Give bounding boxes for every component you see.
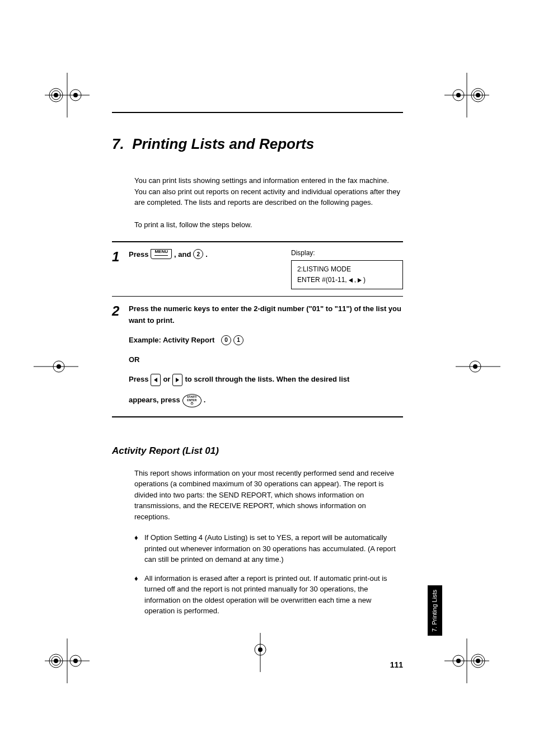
bullet-item: ♦ All information is erased after a repo… bbox=[134, 573, 403, 617]
press-label: Press bbox=[129, 374, 148, 386]
top-rule bbox=[112, 112, 403, 113]
step-number: 2 bbox=[112, 303, 129, 409]
key-1-icon: 1 bbox=[233, 335, 243, 345]
bullet-item: ♦ If Option Setting 4 (Auto Listing) is … bbox=[134, 532, 403, 565]
or-label: OR bbox=[129, 354, 403, 366]
appears-text: appears, press bbox=[129, 395, 180, 406]
registration-mark bbox=[45, 73, 90, 118]
bullet-text: All information is erased after a report… bbox=[144, 573, 403, 617]
press-label: Press bbox=[129, 250, 148, 259]
start-enter-key-icon: START/ ENTER bbox=[182, 394, 202, 407]
display-label: Display: bbox=[291, 249, 403, 257]
example-label: Example: Activity Report bbox=[129, 335, 214, 346]
registration-mark bbox=[45, 638, 90, 683]
section-paragraph: This report shows information on your mo… bbox=[134, 468, 403, 523]
registration-mark bbox=[456, 353, 500, 381]
svg-point-16 bbox=[57, 364, 61, 369]
display-box: 2:LISTING MODE ENTER #(01-11, , ) bbox=[291, 260, 403, 289]
svg-point-36 bbox=[258, 647, 263, 652]
chapter-title-text: Printing Lists and Reports bbox=[132, 135, 314, 152]
svg-marker-37 bbox=[154, 378, 157, 382]
diamond-bullet-icon: ♦ bbox=[134, 573, 144, 617]
step-number: 1 bbox=[112, 249, 129, 289]
arrow-right-key-icon bbox=[172, 374, 182, 386]
scroll-text: to scroll through the lists. When the de… bbox=[185, 374, 349, 386]
or-word: or bbox=[163, 374, 170, 386]
svg-point-26 bbox=[73, 659, 78, 663]
intro-paragraph-1: You can print lists showing settings and… bbox=[134, 175, 403, 208]
intro-paragraph-2: To print a list, follow the steps below. bbox=[134, 219, 403, 231]
and-label: , and bbox=[174, 250, 191, 259]
svg-point-19 bbox=[473, 364, 477, 369]
step2-line1: Press the numeric keys to enter the 2-di… bbox=[129, 303, 403, 327]
menu-key-icon: MENU bbox=[151, 249, 172, 259]
registration-mark bbox=[246, 633, 274, 672]
step-2: 2 Press the numeric keys to enter the 2-… bbox=[112, 296, 403, 416]
svg-point-33 bbox=[476, 659, 480, 663]
registration-mark bbox=[444, 638, 489, 683]
period: . bbox=[205, 250, 208, 259]
svg-marker-38 bbox=[176, 378, 179, 382]
chapter-title: 7. Printing Lists and Reports bbox=[112, 135, 403, 153]
period: . bbox=[204, 395, 206, 406]
triangle-right-icon bbox=[358, 278, 362, 283]
svg-point-10 bbox=[456, 93, 461, 97]
page-number: 111 bbox=[390, 660, 403, 669]
key-0-icon: 0 bbox=[221, 335, 231, 345]
display-line-2: ENTER #(01-11, , ) bbox=[297, 275, 397, 285]
registration-mark bbox=[34, 353, 78, 381]
step-1: 1 Press MENU , and 2 . Display: bbox=[112, 242, 403, 296]
triangle-left-icon bbox=[349, 278, 353, 283]
side-tab: 7. Printing Lists bbox=[428, 585, 442, 636]
steps-box: 1 Press MENU , and 2 . Display: bbox=[112, 241, 403, 417]
section-heading: Activity Report (List 01) bbox=[112, 445, 403, 457]
diamond-bullet-icon: ♦ bbox=[134, 532, 144, 565]
bullet-text: If Option Setting 4 (Auto Listing) is se… bbox=[144, 532, 403, 565]
display-line-1: 2:LISTING MODE bbox=[297, 264, 397, 275]
arrow-left-key-icon bbox=[151, 374, 161, 386]
svg-point-13 bbox=[476, 93, 480, 97]
chapter-number: 7. bbox=[112, 135, 124, 152]
svg-point-30 bbox=[456, 659, 461, 663]
key-2-icon: 2 bbox=[193, 249, 203, 259]
registration-mark bbox=[444, 73, 489, 118]
svg-point-6 bbox=[73, 93, 78, 97]
